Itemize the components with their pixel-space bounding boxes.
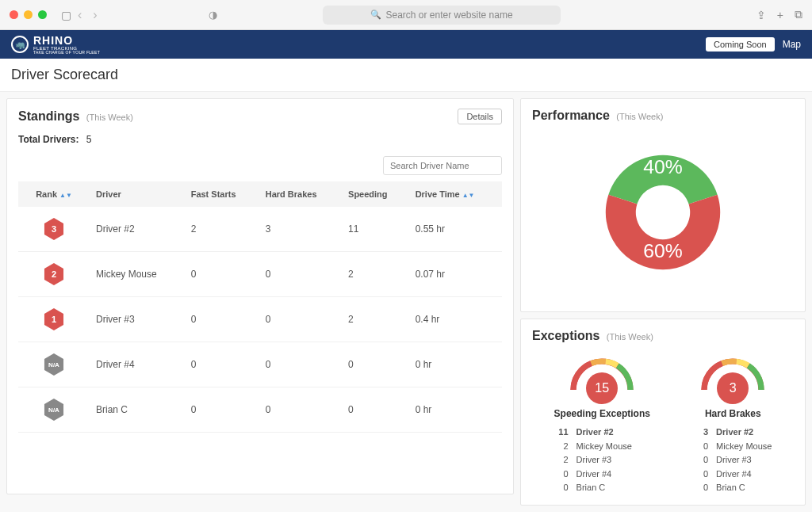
sort-icon: ▲▼ — [462, 192, 475, 199]
exception-count: 0 — [694, 467, 708, 482]
col-hard-brakes[interactable]: Hard Brakes — [259, 181, 342, 207]
table-row[interactable]: 2Mickey Mouse0020.07 hr — [18, 252, 502, 297]
exception-group: 3Hard Brakes3Driver #20Mickey Mouse0Driv… — [694, 354, 772, 495]
new-tab-icon[interactable]: + — [777, 9, 783, 21]
search-driver-input[interactable] — [383, 156, 502, 175]
exceptions-card: Exceptions (This Week) 15Speeding Except… — [520, 319, 806, 506]
gauge: 15 — [566, 354, 638, 402]
exception-count: 0 — [694, 440, 708, 454]
cell-fast-starts: 0 — [185, 342, 259, 387]
total-drivers-label: Total Drivers: — [18, 134, 79, 145]
performance-donut-chart: 40%60% — [588, 137, 738, 288]
standings-title-text: Standings — [18, 109, 79, 123]
url-placeholder: Search or enter website name — [385, 10, 512, 21]
brand-logo[interactable]: 🦏 RHINO FLEET TRACKING TAKE CHARGE OF YO… — [11, 35, 100, 55]
gauge-value: 15 — [586, 372, 618, 404]
exception-driver: Brian C — [716, 481, 745, 495]
cell-drive-time: 0.4 hr — [409, 297, 502, 342]
exception-driver: Driver #4 — [576, 467, 612, 482]
performance-title-text: Performance — [532, 109, 610, 122]
exception-count: 0 — [554, 481, 569, 495]
exceptions-title: Exceptions (This Week) — [532, 329, 653, 343]
exception-row: 0Mickey Mouse — [694, 440, 772, 454]
page-title-bar: Driver Scorecard — [0, 59, 812, 92]
cell-driver: Mickey Mouse — [90, 252, 185, 297]
exception-row: 11Driver #2 — [554, 426, 650, 440]
page-title: Driver Scorecard — [11, 67, 801, 83]
cell-hard-brakes: 0 — [259, 387, 342, 433]
tabs-icon[interactable]: ⧉ — [795, 8, 802, 21]
rank-badge: N/A — [43, 353, 65, 376]
app-header: 🦏 RHINO FLEET TRACKING TAKE CHARGE OF YO… — [0, 30, 812, 59]
cell-fast-starts: 0 — [185, 252, 259, 297]
sort-icon: ▲▼ — [59, 192, 72, 199]
cell-drive-time: 0.55 hr — [409, 207, 502, 252]
cell-fast-starts: 0 — [185, 297, 259, 342]
col-speeding[interactable]: Speeding — [342, 181, 409, 207]
minimize-window-icon[interactable] — [24, 10, 33, 19]
details-button[interactable]: Details — [458, 109, 502, 124]
donut-label: 60% — [643, 240, 682, 261]
map-link[interactable]: Map — [783, 39, 801, 50]
col-driver[interactable]: Driver — [90, 181, 185, 207]
rank-badge: 1 — [43, 308, 65, 330]
cell-drive-time: 0 hr — [409, 342, 502, 387]
exception-row: 0Brian C — [694, 481, 772, 495]
brand-tag: TAKE CHARGE OF YOUR FLEET — [33, 51, 100, 55]
standings-title: Standings (This Week) — [18, 109, 133, 124]
maximize-window-icon[interactable] — [38, 10, 47, 19]
exception-driver: Driver #4 — [716, 467, 752, 482]
cell-speeding: 2 — [342, 252, 409, 297]
total-drivers-value: 5 — [86, 134, 92, 145]
col-drive-time[interactable]: Drive Time▲▼ — [409, 181, 502, 207]
exception-driver: Driver #3 — [576, 453, 612, 467]
sidebar-toggle-icon[interactable]: ▢ — [61, 9, 71, 21]
search-icon: 🔍 — [370, 10, 381, 20]
exception-group-title: Hard Brakes — [694, 408, 772, 419]
shield-icon[interactable]: ◑ — [209, 9, 217, 21]
close-window-icon[interactable] — [10, 10, 18, 19]
exception-count: 2 — [554, 440, 569, 454]
rank-badge: N/A — [43, 399, 65, 421]
exception-row: 0Driver #3 — [694, 453, 772, 467]
cell-driver: Driver #2 — [90, 207, 185, 252]
exceptions-title-text: Exceptions — [532, 329, 599, 342]
cell-fast-starts: 0 — [185, 387, 259, 433]
standings-period: (This Week) — [86, 113, 133, 122]
performance-title: Performance (This Week) — [532, 109, 663, 123]
dashboard: Standings (This Week) Details Total Driv… — [0, 92, 812, 512]
coming-soon-button[interactable]: Coming Soon — [706, 37, 775, 52]
exception-list: 11Driver #22Mickey Mouse2Driver #30Drive… — [554, 426, 650, 495]
col-rank[interactable]: Rank▲▼ — [18, 181, 90, 207]
exception-count: 0 — [694, 453, 708, 467]
cell-hard-brakes: 0 — [259, 342, 342, 387]
cell-speeding: 0 — [342, 387, 409, 433]
forward-icon[interactable]: › — [93, 8, 97, 22]
cell-speeding: 2 — [342, 297, 409, 342]
performance-period: (This Week) — [616, 112, 663, 121]
url-bar[interactable]: 🔍 Search or enter website name — [323, 6, 561, 25]
exception-group: 15Speeding Exceptions11Driver #22Mickey … — [554, 354, 650, 495]
exception-row: 0Driver #4 — [694, 467, 772, 482]
exception-count: 11 — [554, 426, 569, 440]
exception-row: 0Driver #4 — [554, 467, 650, 482]
cell-drive-time: 0.07 hr — [409, 252, 502, 297]
table-row[interactable]: N/ADriver #40000 hr — [18, 342, 502, 387]
exception-row: 2Mickey Mouse — [554, 440, 650, 454]
table-row[interactable]: 3Driver #223110.55 hr — [18, 207, 502, 252]
col-fast-starts[interactable]: Fast Starts — [185, 181, 259, 207]
exception-count: 0 — [554, 467, 569, 482]
exception-driver: Mickey Mouse — [716, 440, 772, 454]
share-icon[interactable]: ⇪ — [756, 9, 766, 21]
exception-driver: Driver #2 — [576, 426, 614, 440]
exception-count: 0 — [694, 481, 708, 495]
rank-badge: 2 — [43, 263, 65, 285]
window-controls — [10, 10, 47, 19]
table-row[interactable]: 1Driver #30020.4 hr — [18, 297, 502, 342]
gauge-value: 3 — [717, 372, 749, 404]
back-icon[interactable]: ‹ — [78, 8, 82, 22]
cell-speeding: 0 — [342, 342, 409, 387]
rank-badge: 3 — [43, 218, 65, 240]
table-row[interactable]: N/ABrian C0000 hr — [18, 387, 502, 433]
exception-row: 0Brian C — [554, 481, 650, 495]
